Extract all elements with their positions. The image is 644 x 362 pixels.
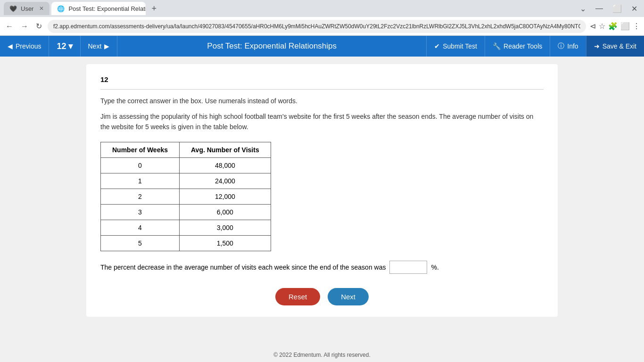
tab-list-button[interactable]: ⌄ (577, 2, 589, 15)
next-button[interactable]: Next (328, 288, 369, 305)
weeks-cell: 4 (101, 220, 180, 235)
col1-header: Number of Weeks (101, 142, 180, 157)
question-text: Jim is assessing the popularity of his h… (100, 111, 544, 132)
weeks-cell: 0 (101, 157, 180, 173)
visits-cell: 6,000 (180, 204, 271, 220)
more-button[interactable]: ⋮ (633, 22, 640, 31)
col2-header: Avg. Number of Visits (180, 142, 271, 157)
table-row: 43,000 (101, 220, 271, 235)
previous-button[interactable]: ◀ Previous (0, 36, 49, 57)
info-button[interactable]: ⓘ Info (550, 36, 586, 57)
forward-button[interactable]: → (19, 20, 30, 33)
arrow-right-icon: ▶ (104, 42, 109, 50)
wrench-icon: 🔧 (493, 42, 501, 50)
check-circle-icon: ✔ (434, 42, 440, 50)
arrow-left-icon: ◀ (8, 42, 13, 50)
profile-button[interactable]: ⬜ (620, 22, 630, 31)
question-number: 12 (100, 75, 544, 90)
question-instructions: Type the correct answer in the box. Use … (100, 97, 544, 105)
answer-row: The percent decrease in the average numb… (100, 261, 544, 274)
question-number-selector[interactable]: 12 ▾ (49, 36, 80, 57)
visits-cell: 3,000 (180, 220, 271, 235)
visits-cell: 1,500 (180, 235, 271, 251)
weeks-cell: 3 (101, 204, 180, 220)
user-tab-close[interactable]: ✕ (39, 5, 44, 12)
reader-tools-button[interactable]: 🔧 Reader Tools (485, 36, 550, 57)
table-row: 124,000 (101, 173, 271, 189)
table-row: 048,000 (101, 157, 271, 173)
user-tab-label: User (21, 5, 33, 12)
window-controls: ⌄ — ⬜ ✕ (577, 2, 640, 15)
close-button[interactable]: ✕ (628, 2, 640, 15)
test-tab-label: Post Test: Exponential Relations (68, 5, 146, 12)
info-label: Info (567, 42, 578, 50)
page-content: 12 Type the correct answer in the box. U… (0, 57, 644, 348)
user-icon: 🖤 (9, 5, 17, 12)
back-button[interactable]: ← (4, 20, 15, 33)
table-row: 212,000 (101, 189, 271, 204)
visits-cell: 24,000 (180, 173, 271, 189)
question-card: 12 Type the correct answer in the box. U… (86, 64, 558, 317)
new-tab-button[interactable]: + (148, 4, 160, 14)
globe-icon: 🌐 (57, 5, 65, 12)
previous-label: Previous (16, 42, 41, 50)
save-exit-label: Save & Exit (603, 42, 636, 50)
visits-cell: 12,000 (180, 189, 271, 204)
save-icon: ➜ (594, 42, 600, 50)
reload-button[interactable]: ↻ (34, 20, 44, 33)
chevron-down-icon: ▾ (68, 41, 73, 51)
header-actions: ✔ Submit Test 🔧 Reader Tools ⓘ Info ➜ Sa… (426, 36, 644, 57)
button-row: Reset Next (100, 288, 544, 305)
reset-button[interactable]: Reset (275, 288, 320, 305)
save-exit-button[interactable]: ➜ Save & Exit (586, 36, 644, 57)
table-row: 51,500 (101, 235, 271, 251)
share-button[interactable]: ⊲ (590, 22, 596, 31)
weeks-cell: 1 (101, 173, 180, 189)
next-label-header: Next (88, 42, 102, 50)
address-input[interactable] (48, 20, 586, 33)
maximize-button[interactable]: ⬜ (610, 2, 625, 15)
app-header: ◀ Previous 12 ▾ Next ▶ Post Test: Expone… (0, 36, 644, 57)
tab-bar: 🖤 User ✕ 🌐 Post Test: Exponential Relati… (0, 0, 644, 17)
visits-cell: 48,000 (180, 157, 271, 173)
reader-tools-label: Reader Tools (504, 42, 542, 50)
footer-text: © 2022 Edmentum. All rights reserved. (273, 352, 371, 358)
next-button-header[interactable]: Next ▶ (81, 36, 118, 57)
user-tab[interactable]: 🖤 User ✕ (4, 2, 50, 15)
info-icon: ⓘ (558, 42, 564, 50)
header-title: Post Test: Exponential Relationships (117, 41, 426, 51)
address-bar-row: ← → ↻ ⊲ ☆ 🧩 ⬜ ⋮ (0, 17, 644, 36)
address-bar-icons: ⊲ ☆ 🧩 ⬜ ⋮ (590, 22, 640, 31)
answer-prefix-text: The percent decrease in the average numb… (100, 263, 386, 271)
test-tab[interactable]: 🌐 Post Test: Exponential Relations ✕ (51, 2, 146, 15)
visits-table: Number of Weeks Avg. Number of Visits 04… (100, 142, 271, 251)
submit-test-button[interactable]: ✔ Submit Test (426, 36, 485, 57)
answer-suffix-text: %. (431, 263, 438, 271)
weeks-cell: 2 (101, 189, 180, 204)
question-num-display: 12 (57, 41, 66, 51)
answer-input[interactable] (389, 261, 427, 274)
page-footer: © 2022 Edmentum. All rights reserved. (0, 348, 644, 362)
bookmark-button[interactable]: ☆ (599, 22, 605, 31)
submit-label: Submit Test (443, 42, 477, 50)
table-row: 36,000 (101, 204, 271, 220)
minimize-button[interactable]: — (593, 2, 606, 15)
extensions-button[interactable]: 🧩 (608, 22, 618, 31)
weeks-cell: 5 (101, 235, 180, 251)
